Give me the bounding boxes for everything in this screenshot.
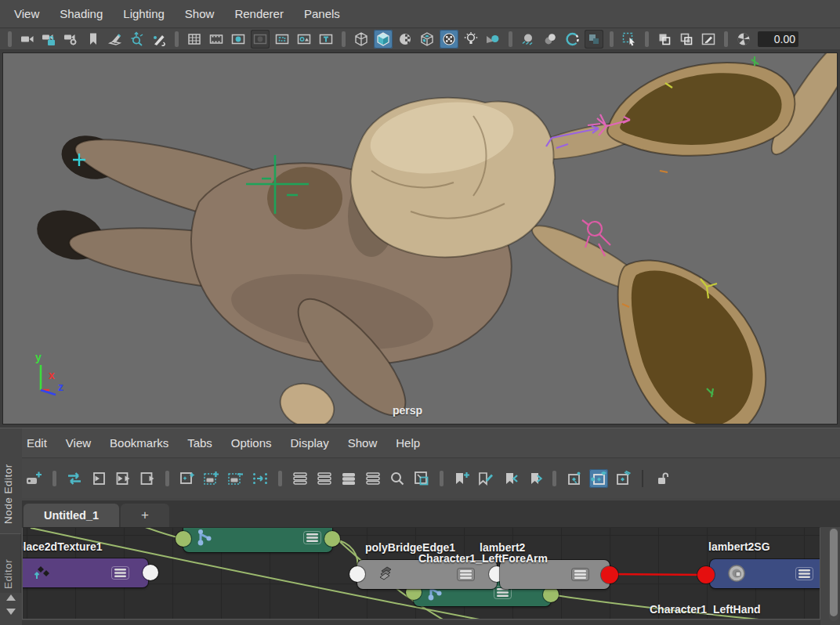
menu-options[interactable]: Options	[231, 436, 272, 450]
lock-icon[interactable]	[653, 469, 672, 488]
io-connections-icon[interactable]	[114, 469, 132, 488]
menu-panels[interactable]: Panels	[304, 7, 340, 20]
panel-scroll-up-arrow[interactable]	[6, 594, 16, 601]
view-custom-icon[interactable]	[614, 469, 632, 488]
pan-zoom-icon[interactable]	[128, 30, 147, 49]
left-forearm-output-port[interactable]	[543, 587, 559, 602]
isolate-select-icon[interactable]	[620, 30, 639, 49]
field-chart-icon[interactable]	[273, 30, 291, 49]
node-display-chip[interactable]	[571, 568, 589, 581]
menu-show[interactable]: Show	[185, 7, 215, 20]
input-connections-icon[interactable]	[89, 469, 108, 488]
bookmark-prev-icon[interactable]	[501, 469, 520, 488]
menu-view[interactable]: View	[66, 436, 91, 450]
place2d-texture-node[interactable]	[22, 558, 148, 587]
character-model[interactable]: y x z	[3, 53, 838, 424]
menu-shading[interactable]: Shading	[60, 7, 103, 20]
menu-help[interactable]: Help	[396, 436, 420, 450]
frame-selected-icon[interactable]	[412, 469, 431, 488]
new-tab-button[interactable]: +	[121, 504, 169, 527]
ao-icon[interactable]	[519, 30, 538, 49]
output-connections-icon[interactable]	[138, 469, 157, 488]
lights-icon[interactable]	[462, 30, 480, 49]
xray-joints-icon[interactable]	[677, 30, 696, 49]
camera-lock-icon[interactable]	[40, 30, 59, 49]
resolution-gate-icon[interactable]	[229, 30, 248, 49]
secondary-side-tab[interactable]: Editor	[0, 533, 21, 593]
bookmark-next-icon[interactable]	[525, 469, 544, 488]
axis-y-label: y	[35, 351, 42, 363]
menu-display[interactable]: Display	[291, 436, 329, 450]
bookmark-edit-icon[interactable]	[476, 469, 495, 488]
transparency-icon[interactable]	[585, 30, 603, 49]
anti-alias-icon[interactable]	[563, 30, 581, 49]
safe-action-icon[interactable]	[295, 30, 313, 49]
use-all-lights-icon[interactable]	[440, 30, 458, 49]
view-simple-icon[interactable]	[565, 469, 584, 488]
scrollbar-thumb[interactable]	[830, 529, 838, 616]
wireframe-icon[interactable]	[352, 30, 371, 49]
textured-icon[interactable]	[418, 30, 436, 49]
layout-medium-icon[interactable]	[315, 469, 334, 488]
motion-blur-icon[interactable]	[541, 30, 559, 49]
image-pen-icon[interactable]	[699, 30, 718, 49]
lambert2-output-port[interactable]	[601, 566, 618, 583]
node-display-chip[interactable]	[457, 568, 475, 581]
create-node-icon[interactable]	[25, 469, 44, 488]
add-selected-icon[interactable]	[178, 469, 197, 488]
tab-untitled-1[interactable]: Untitled_1	[24, 504, 119, 527]
menu-bookmarks[interactable]: Bookmarks	[110, 436, 168, 450]
view-connected-icon[interactable]	[589, 469, 608, 488]
bookmark-icon[interactable]	[84, 30, 103, 49]
joint-node-input-port[interactable]	[176, 531, 191, 547]
gate-mask-icon[interactable]	[251, 30, 270, 49]
node-editor-side-tab[interactable]: Node Editor	[2, 433, 14, 524]
left-forearm-node-label[interactable]: Character1_LeftForeArm	[418, 552, 548, 565]
node-display-chip[interactable]	[111, 566, 129, 580]
panel-scroll-down-arrow[interactable]	[6, 609, 16, 615]
menu-view[interactable]: View	[14, 7, 39, 20]
menu-tabs[interactable]: Tabs	[187, 436, 212, 450]
menu-renderer[interactable]: Renderer	[234, 7, 284, 20]
layout-simple-icon[interactable]	[291, 469, 310, 488]
xray-icon[interactable]	[655, 30, 674, 49]
exposure-value-field[interactable]: 0.00	[758, 31, 798, 47]
lambert2sg-node-label[interactable]: lambert2SG	[708, 540, 770, 553]
shade-selected-icon[interactable]	[396, 30, 415, 49]
lambert2sg-input-port[interactable]	[697, 566, 715, 583]
graph-vertical-scrollbar[interactable]	[829, 527, 838, 621]
lambert2sg-node[interactable]	[710, 559, 820, 588]
menu-edit[interactable]: Edit	[27, 436, 47, 450]
place2d-node-label[interactable]: place2dTexture1	[22, 540, 102, 553]
grease-pencil-icon[interactable]	[150, 30, 168, 49]
layout-custom-icon[interactable]	[364, 469, 382, 488]
film-gate-icon[interactable]	[207, 30, 226, 49]
poly-bridge-input-port[interactable]	[349, 566, 365, 582]
camera-gear-icon[interactable]	[62, 30, 81, 49]
joint-node-output-port[interactable]	[324, 531, 340, 547]
node-display-chip[interactable]	[303, 531, 321, 544]
sync-icon[interactable]	[65, 469, 84, 488]
joint-node[interactable]	[183, 527, 332, 552]
search-icon[interactable]	[388, 469, 407, 488]
place2d-output-port[interactable]	[143, 565, 158, 580]
smooth-shade-icon[interactable]	[374, 30, 393, 49]
node-graph-canvas[interactable]: place2dTexture1 polyBridgeEdge1 lambert2…	[22, 527, 820, 620]
grid-icon[interactable]	[185, 30, 204, 49]
menu-lighting[interactable]: Lighting	[123, 7, 165, 20]
image-plane-icon[interactable]	[106, 30, 125, 49]
node-display-chip[interactable]	[795, 567, 813, 580]
exposure-icon[interactable]	[734, 30, 753, 49]
shadows-icon[interactable]	[483, 30, 502, 49]
menu-show[interactable]: Show	[348, 436, 378, 450]
add-to-graph-icon[interactable]	[202, 469, 221, 488]
layout-detailed-icon[interactable]	[339, 469, 358, 488]
shading-group-icon	[727, 564, 748, 584]
camera-icon[interactable]	[18, 30, 37, 49]
pin-connections-icon[interactable]	[251, 469, 270, 488]
left-hand-node-label[interactable]: Character1_LeftHand	[650, 603, 761, 616]
remove-from-graph-icon[interactable]	[226, 469, 245, 488]
bookmark-add-icon[interactable]	[452, 469, 471, 488]
safe-title-icon[interactable]	[317, 30, 335, 49]
viewport-3d[interactable]: y x z persp	[2, 52, 838, 424]
